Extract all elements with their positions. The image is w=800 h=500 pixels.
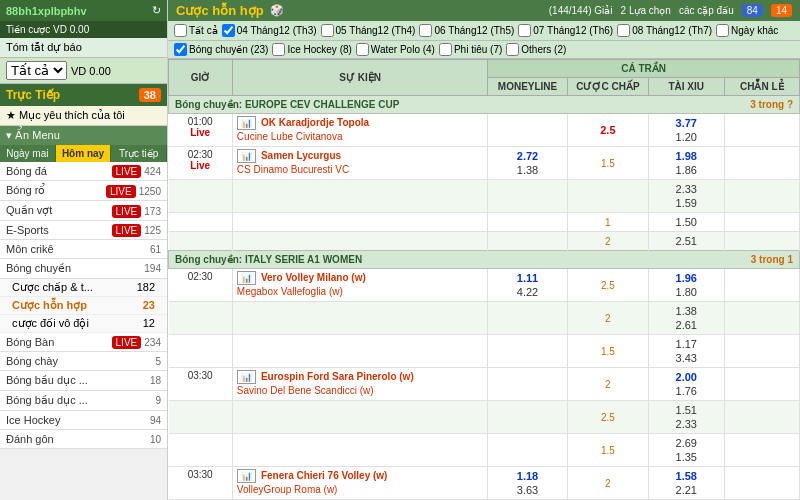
chap-val[interactable]: 1.5 [599, 157, 617, 170]
tab-hom-nay[interactable]: Hôm nay [56, 145, 112, 162]
table-row-extra: 2.33 1.59 [169, 180, 800, 213]
team-b[interactable]: Cucine Lube Civitanova [237, 131, 343, 142]
tatca-vd: VD 0.00 [71, 65, 111, 77]
taixiu-a[interactable]: 3.77 [653, 116, 719, 130]
sidebar-item-bong-bau-duc-1[interactable]: Bóng bầu dục ... 18 [0, 371, 167, 391]
sidebar: 88bh1xplbpbhv ↻ Tiền cược VD 0.00 Tóm tắ… [0, 0, 168, 500]
chap-cell: 2 [567, 368, 648, 401]
team-a[interactable]: Fenera Chieri 76 Volley (w) [261, 470, 388, 481]
taixiu-cell: 1.96 1.80 [649, 269, 724, 302]
taixiu-a[interactable]: 2.00 [653, 370, 719, 384]
ml-b[interactable]: 3.63 [492, 483, 562, 497]
taixiu-a[interactable]: 2.33 [653, 182, 719, 196]
filter-others[interactable]: Others (2) [506, 43, 566, 56]
filter-ice-hockey[interactable]: Ice Hockey (8) [272, 43, 351, 56]
match-event: 📊 OK Karadjordje Topola Cucine Lube Civi… [232, 114, 487, 147]
team-b[interactable]: VolleyGroup Roma (w) [237, 484, 338, 495]
chap-val[interactable]: 2.5 [599, 279, 617, 292]
sidebar-item-bong-chay[interactable]: Bóng chày 5 [0, 352, 167, 371]
chap-cell: 2 [567, 467, 648, 500]
filter-bong-chuyen[interactable]: Bóng chuyền (23) [174, 43, 268, 56]
tab-ngay-mai[interactable]: Ngày mai [0, 145, 56, 162]
taixiu-b[interactable]: 1.80 [653, 285, 719, 299]
stats-bar: (144/144) Giải 2 Lựa chọn các cặp đấu 84… [549, 4, 792, 17]
sidebar-item-quan-vot[interactable]: Quần vợt LIVE 173 [0, 201, 167, 221]
team-a[interactable]: OK Karadjordje Topola [261, 117, 369, 128]
taixiu-b[interactable]: 1.76 [653, 384, 719, 398]
sidebar-item-mon-crike[interactable]: Môn crikê 61 [0, 240, 167, 259]
taixiu-a[interactable]: 1.98 [653, 149, 719, 163]
match-time: 03:30 [169, 467, 233, 500]
sidebar-item-ice-hockey[interactable]: Ice Hockey 94 [0, 411, 167, 430]
taixiu-cell: 1.58 2.21 [649, 467, 724, 500]
taixiu-a[interactable]: 1.96 [653, 271, 719, 285]
sidebar-item-bong-ro[interactable]: Bóng rổ LIVE 1250 [0, 181, 167, 201]
section-header-1: Bóng chuyền: EUROPE CEV CHALLENGE CUP 3 … [169, 96, 800, 114]
team-a[interactable]: Vero Volley Milano (w) [261, 272, 366, 283]
taixiu-b[interactable]: 1.86 [653, 163, 719, 177]
tab-truc-tiep[interactable]: Trực tiếp [111, 145, 167, 162]
sidebar-item-danh-gon[interactable]: Đánh gôn 10 [0, 430, 167, 449]
chap-val[interactable]: 2 [603, 378, 613, 391]
table-row-extra: 2 1.38 2.61 [169, 302, 800, 335]
taixiu-extra: 1.38 2.61 [649, 302, 724, 335]
ml-a[interactable]: 1.11 [492, 271, 562, 285]
taixiu-b[interactable]: 1.59 [653, 196, 719, 210]
col-moneyline: MONEYLINE [488, 78, 567, 96]
team-a[interactable]: Eurospin Ford Sara Pinerolo (w) [261, 371, 414, 382]
table-row: 02:30 Live 📊 Samen Lycurgus CS Dinamo Bu… [169, 147, 800, 180]
match-time: 03:30 [169, 368, 233, 401]
truc-tiep-button[interactable]: Trực Tiếp 38 [0, 84, 167, 106]
filter-04-thang12[interactable]: 04 Tháng12 (Th3) [222, 24, 317, 37]
sidebar-subitem-cuoc-doi[interactable]: cược đối vô đội 12 [0, 315, 167, 333]
sidebar-subitem-cuoc-chap[interactable]: Cược chấp & t... 182 [0, 279, 167, 297]
filter-06-thang12[interactable]: 06 Tháng12 (Th5) [419, 24, 514, 37]
col-suvien: SỰ KIỆN [232, 60, 487, 96]
ml-a[interactable]: 1.18 [492, 469, 562, 483]
refresh-icon[interactable]: ↻ [152, 4, 161, 17]
taixiu-cell: 1.98 1.86 [649, 147, 724, 180]
menu-header[interactable]: ▾ Ẩn Menu [0, 126, 167, 145]
live-badge: LIVE [106, 185, 136, 198]
tatca-select[interactable]: Tất cả [6, 61, 67, 80]
filter-phi-tieu[interactable]: Phi tiêu (7) [439, 43, 502, 56]
table-row: 03:30 📊 Eurospin Ford Sara Pinerolo (w) … [169, 368, 800, 401]
favorites-section[interactable]: ★ Mục yêu thích của tôi [0, 106, 167, 126]
more-link-1[interactable]: 3 trong ? [750, 99, 793, 110]
ml-a[interactable]: 2.72 [492, 149, 562, 163]
taixiu-a[interactable]: 2.51 [653, 234, 719, 248]
sidebar-subitem-cuoc-hon-hop[interactable]: Cược hỗn hợp 23 [0, 297, 167, 315]
taixiu-b[interactable]: 1.20 [653, 130, 719, 144]
dice-icon: 🎲 [270, 4, 284, 17]
filter-water-polo[interactable]: Water Polo (4) [356, 43, 435, 56]
sidebar-item-bong-bau-duc-2[interactable]: Bóng bầu dục ... 9 [0, 391, 167, 411]
team-a[interactable]: Samen Lycurgus [261, 150, 341, 161]
section-header-2: Bóng chuyền: ITALY SERIE A1 WOMEN 3 tron… [169, 251, 800, 269]
table-row: 03:30 📊 Fenera Chieri 76 Volley (w) Voll… [169, 467, 800, 500]
match-event: 📊 Fenera Chieri 76 Volley (w) VolleyGrou… [232, 467, 487, 500]
matches-table: GIỜ SỰ KIỆN CÁ TRẦN MONEYLINE CƯỢC CHẤP … [168, 59, 800, 500]
filter-05-thang12[interactable]: 05 Tháng12 (Th4) [321, 24, 416, 37]
chap-val[interactable]: 2.5 [572, 123, 644, 137]
sidebar-item-bong-ban[interactable]: Bóng Bàn LIVE 234 [0, 333, 167, 352]
ml-b[interactable]: 1.38 [492, 163, 562, 177]
filter-tat-ca[interactable]: Tất cả [174, 24, 218, 37]
filter-08-thang12[interactable]: 08 Tháng12 (Th7) [617, 24, 712, 37]
team-b[interactable]: Savino Del Bene Scandicci (w) [237, 385, 374, 396]
ml-cell: 1.18 3.63 [488, 467, 567, 500]
table-row-extra: 1.5 1.17 3.43 [169, 335, 800, 368]
sidebar-item-bong-da[interactable]: Bóng đá LIVE 424 [0, 162, 167, 181]
team-b[interactable]: Megabox Vallefoglia (w) [237, 286, 343, 297]
taixiu-a[interactable]: 1.50 [653, 215, 719, 229]
filter-07-thang12[interactable]: 07 Tháng12 (Th6) [518, 24, 613, 37]
more-link-2[interactable]: 3 trong 1 [751, 254, 793, 265]
tomtat-section: Tóm tắt dự báo [0, 38, 167, 58]
taixiu-cell: 3.77 1.20 [649, 114, 724, 147]
filter-ngay-khac[interactable]: Ngày khác [716, 24, 778, 37]
chanle-cell [724, 368, 800, 401]
sidebar-item-esports[interactable]: E-Sports LIVE 125 [0, 221, 167, 240]
team-b[interactable]: CS Dinamo Bucuresti VC [237, 164, 349, 175]
live-badge: LIVE [112, 205, 142, 218]
ml-b[interactable]: 4.22 [492, 285, 562, 299]
sidebar-item-bong-chuyen[interactable]: Bóng chuyền 194 [0, 259, 167, 279]
